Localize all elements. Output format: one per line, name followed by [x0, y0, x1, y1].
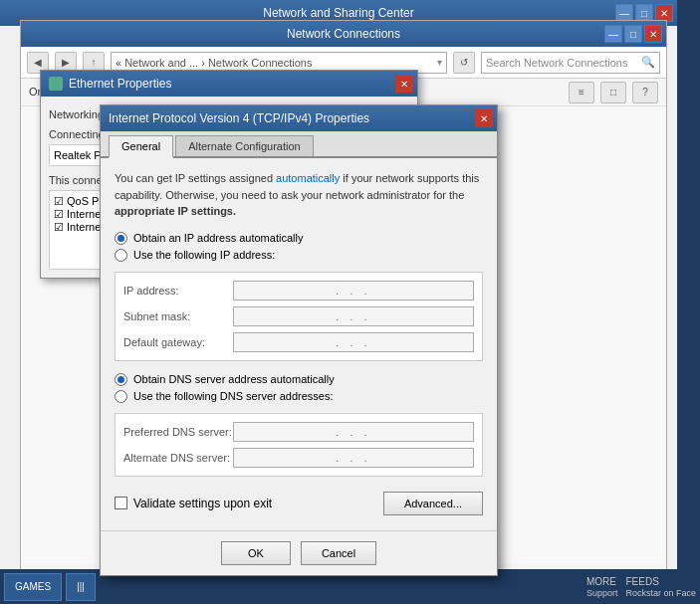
tray-more[interactable]: MORE Support — [586, 576, 618, 598]
ipv4-title: Internet Protocol Version 4 (TCP/IPv4) P… — [109, 111, 369, 125]
dialog-buttons: OK Cancel — [101, 530, 497, 575]
preview-btn[interactable]: □ — [600, 82, 626, 103]
view-btn[interactable]: ≡ — [569, 82, 594, 103]
auto-dns-label: Obtain DNS server address automatically — [133, 373, 335, 385]
gateway-row: Default gateway: . . . — [123, 332, 474, 352]
info-text: You can get IP settings assigned automat… — [115, 170, 483, 220]
subnet-input[interactable]: . . . — [233, 306, 474, 326]
preferred-dns-row: Preferred DNS server: . . . — [123, 422, 474, 442]
search-icon[interactable]: 🔍 — [641, 56, 655, 69]
nc-titlebar: Network Connections — □ ✕ — [21, 21, 666, 47]
manual-dns-label: Use the following DNS server addresses: — [133, 390, 334, 402]
gateway-label: Default gateway: — [123, 336, 233, 348]
dns-radio-group: Obtain DNS server address automatically … — [115, 373, 483, 403]
auto-ip-radio[interactable]: Obtain an IP address automatically — [115, 232, 483, 245]
ipv4-body: You can get IP settings assigned automat… — [101, 158, 497, 530]
taskbar-right: MORE Support FEEDS Rockstar on Face — [586, 576, 696, 598]
preferred-dns-value: . . . — [336, 426, 370, 438]
manual-dns-radio[interactable]: Use the following DNS server addresses: — [115, 390, 483, 403]
tray-more-label: MORE — [586, 576, 616, 587]
alternate-dns-row: Alternate DNS server: . . . — [123, 448, 474, 468]
search-placeholder: Search Network Connections — [486, 57, 627, 69]
alternate-dns-value: . . . — [336, 452, 370, 464]
dns-fields-box: Preferred DNS server: . . . Alternate DN… — [115, 413, 483, 477]
taskbar-games[interactable]: GAMES — [4, 573, 62, 601]
bottom-row: Validate settings upon exit Advanced... — [115, 489, 483, 518]
nc-title: Network Connections — [287, 27, 400, 41]
nc-minimize-btn[interactable]: — — [604, 25, 622, 43]
tray-rockstar-label: Rockstar on Face — [625, 588, 696, 598]
eth-icon — [49, 77, 63, 91]
auto-dns-radio[interactable]: Obtain DNS server address automatically — [115, 373, 483, 386]
preferred-dns-input[interactable]: . . . — [233, 422, 474, 442]
alternate-dns-input[interactable]: . . . — [233, 448, 474, 468]
auto-dns-radio-input[interactable] — [115, 373, 127, 386]
subnet-row: Subnet mask: . . . — [123, 306, 474, 326]
ipv4-titlebar: Internet Protocol Version 4 (TCP/IPv4) P… — [101, 105, 497, 131]
eth-close-btn[interactable]: ✕ — [395, 75, 413, 93]
validate-checkbox[interactable] — [115, 497, 127, 509]
taskbar-games-label: GAMES — [15, 581, 51, 592]
ip-address-row: IP address: . . . — [123, 281, 474, 301]
tab-alternate[interactable]: Alternate Configuration — [175, 135, 314, 156]
manual-ip-radio[interactable]: Use the following IP address: — [115, 249, 483, 262]
ipv4-dialog: Internet Protocol Version 4 (TCP/IPv4) P… — [100, 104, 498, 576]
ip-address-label: IP address: — [123, 285, 233, 297]
tab-bar: General Alternate Configuration — [101, 131, 497, 158]
alternate-dns-label: Alternate DNS server: — [123, 452, 233, 464]
preferred-dns-label: Preferred DNS server: — [123, 426, 233, 438]
ip-address-input[interactable]: . . . — [233, 281, 474, 301]
tray-feeds[interactable]: FEEDS Rockstar on Face — [625, 576, 696, 598]
validate-label: Validate settings upon exit — [133, 497, 272, 510]
search-box[interactable]: Search Network Connections 🔍 — [481, 52, 660, 74]
manual-dns-radio-input[interactable] — [115, 390, 127, 403]
auto-ip-radio-input[interactable] — [115, 232, 127, 245]
eth-title: Ethernet Properties — [69, 77, 171, 91]
ipv4-close-btn[interactable]: ✕ — [475, 109, 493, 127]
nc-maximize-btn[interactable]: □ — [624, 25, 642, 43]
tray-support-label: Support — [586, 588, 618, 598]
eth-titlebar: Ethernet Properties ✕ — [41, 71, 417, 97]
help-btn[interactable]: ? — [632, 82, 658, 103]
auto-ip-label: Obtain an IP address automatically — [133, 232, 303, 244]
ip-fields-box: IP address: . . . Subnet mask: . . . Def… — [115, 272, 483, 361]
nc-close-btn[interactable]: ✕ — [644, 25, 662, 43]
gateway-value: . . . — [336, 336, 370, 348]
advanced-btn[interactable]: Advanced... — [383, 492, 483, 515]
manual-ip-label: Use the following IP address: — [133, 249, 275, 261]
bg-title: Network and Sharing Center — [263, 6, 413, 20]
validate-row: Validate settings upon exit — [115, 497, 272, 510]
bold-text: appropriate IP settings. — [115, 205, 236, 217]
address-text: « Network and ... › Network Connections — [116, 57, 312, 69]
manual-ip-radio-input[interactable] — [115, 249, 127, 262]
cancel-btn[interactable]: Cancel — [301, 541, 376, 565]
nc-win-controls: — □ ✕ — [604, 25, 662, 43]
ip-address-value: . . . — [336, 285, 370, 297]
ip-radio-group: Obtain an IP address automatically Use t… — [115, 232, 483, 262]
taskbar-bars-label: ||| — [77, 581, 85, 592]
tray-feeds-label: FEEDS — [625, 576, 658, 587]
gateway-input[interactable]: . . . — [233, 332, 474, 352]
subnet-label: Subnet mask: — [123, 310, 233, 322]
taskbar-bars[interactable]: ||| — [66, 573, 96, 601]
refresh-btn[interactable]: ↺ — [453, 52, 475, 74]
subnet-value: . . . — [336, 310, 370, 322]
dropdown-icon[interactable]: ▾ — [437, 57, 442, 68]
tab-general[interactable]: General — [109, 135, 173, 158]
highlight-automatically: automatically — [276, 172, 340, 184]
ok-btn[interactable]: OK — [221, 541, 291, 565]
